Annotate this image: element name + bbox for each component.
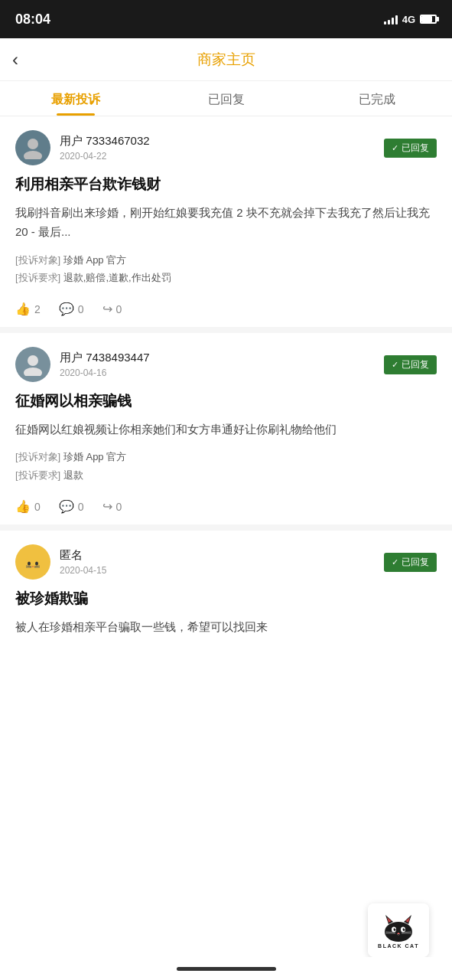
avatar-3 [15,544,50,580]
svg-marker-6 [37,553,43,559]
svg-point-8 [35,562,38,566]
complaint-meta-2: [投诉对象] 珍婚 App 官方 [投诉要求] 退款 [15,448,437,484]
complaint-title-1[interactable]: 利用相亲平台欺诈钱财 [15,175,437,195]
user-date-2: 2020-04-16 [60,368,384,378]
user-info-3: 匿名 2020-04-15 [60,548,384,576]
like-count-1[interactable]: 👍 2 [15,302,41,316]
avatar-2 [15,347,50,382]
complaint-body-1: 我刷抖音刷出来珍婚，刚开始红娘要我充值 2 块不充就会掉下去我充了然后让我充 2… [15,203,437,242]
comment-icon-2: 💬 [59,499,74,514]
share-icon-1: ↪ [102,302,112,316]
user-info-2: 用户 7438493447 2020-04-16 [60,351,384,378]
share-count-2[interactable]: ↪ 0 [102,499,122,514]
svg-point-0 [28,139,38,149]
home-indicator [0,957,452,980]
user-name-1: 用户 7333467032 [60,134,384,149]
comment-count-2[interactable]: 💬 0 [59,499,84,514]
svg-point-7 [28,562,31,566]
svg-point-24 [404,928,405,929]
svg-point-1 [24,151,42,159]
tab-bar: 最新投诉 已回复 已完成 [0,81,452,116]
blackcat-logo-svg [379,912,418,942]
back-button[interactable]: ‹ [12,49,18,70]
network-label: 4G [402,14,415,25]
status-time: 08:04 [15,11,50,28]
complaint-meta-1: [投诉对象] 珍婚 App 官方 [投诉要求] 退款,赔偿,道歉,作出处罚 [15,251,437,287]
status-icons: 4G [384,14,437,25]
like-icon-2: 👍 [15,499,31,514]
page-title: 商家主页 [197,50,255,70]
home-bar [177,967,276,971]
blackcat-watermark: BLACK CAT [353,896,444,965]
complaint-title-3[interactable]: 被珍婚欺骗 [15,589,437,609]
replied-badge-2: 已回复 [384,355,437,374]
complaint-card-3: 匿名 2020-04-15 已回复 被珍婚欺骗 被人在珍婚相亲平台骗取一些钱，希… [0,531,452,707]
complaint-title-2[interactable]: 征婚网以相亲骗钱 [15,391,437,412]
complaint-card-1: 用户 7333467032 2020-04-22 已回复 利用相亲平台欺诈钱财 … [0,116,452,333]
user-info-1: 用户 7333467032 2020-04-22 [60,134,384,162]
comment-count-1[interactable]: 💬 0 [59,302,84,316]
share-icon-2: ↪ [102,499,112,514]
card-header-3: 匿名 2020-04-15 已回复 [15,544,437,580]
svg-point-9 [32,566,34,567]
complaint-body-3: 被人在珍婚相亲平台骗取一些钱，希望可以找回来 [15,617,437,637]
avatar-1 [15,130,50,165]
replied-badge-3: 已回复 [384,553,437,572]
tab-latest[interactable]: 最新投诉 [0,81,151,116]
user-date-1: 2020-04-22 [60,151,384,162]
replied-badge-1: 已回复 [384,139,437,158]
blackcat-brand-text: BLACK CAT [378,943,419,949]
complaint-card-2: 用户 7438493447 2020-04-16 已回复 征婚网以相亲骗钱 征婚… [0,333,452,531]
svg-point-4 [23,557,43,573]
card-header-1: 用户 7333467032 2020-04-22 已回复 [15,130,437,165]
like-count-2[interactable]: 👍 0 [15,499,41,514]
svg-point-2 [28,355,38,366]
user-date-3: 2020-04-15 [60,565,384,576]
comment-icon-1: 💬 [59,302,74,316]
nav-bar: ‹ 商家主页 [0,38,452,81]
tab-done[interactable]: 已完成 [301,81,452,116]
svg-point-3 [24,368,42,376]
user-name-3: 匿名 [60,548,384,563]
status-bar: 08:04 4G [0,0,452,38]
share-count-1[interactable]: ↪ 0 [102,302,122,316]
card-header-2: 用户 7438493447 2020-04-16 已回复 [15,347,437,382]
battery-icon [420,15,437,24]
signal-icon [384,14,398,24]
card-footer-2: 👍 0 💬 0 ↪ 0 [15,495,437,514]
like-icon-1: 👍 [15,302,31,316]
user-name-2: 用户 7438493447 [60,351,384,365]
svg-marker-5 [23,553,29,559]
card-footer-1: 👍 2 💬 0 ↪ 0 [15,297,437,316]
complaint-body-2: 征婚网以红娘视频让你相亲她们和女方串通好让你刷礼物给他们 [15,420,437,439]
svg-point-23 [395,928,396,929]
tab-replied[interactable]: 已回复 [151,81,301,116]
